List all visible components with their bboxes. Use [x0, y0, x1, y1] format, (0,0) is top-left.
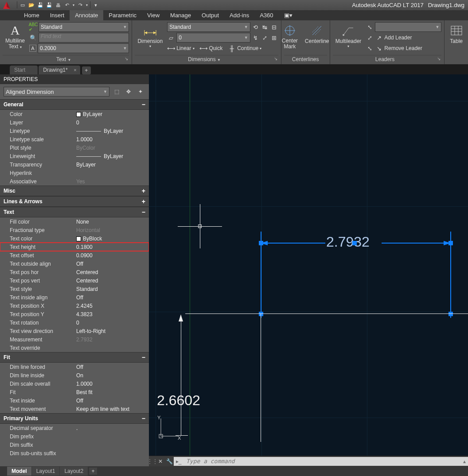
tab-start[interactable]: Start	[10, 66, 38, 74]
tab-annotate[interactable]: Annotate	[70, 10, 103, 20]
table-button[interactable]: Table	[447, 21, 465, 46]
saveas-icon[interactable]: 💾	[45, 1, 54, 9]
property-row[interactable]: Decimal separator.	[0, 424, 149, 432]
grip[interactable]	[448, 241, 453, 245]
cmd-config-icon[interactable]: 🔧	[165, 458, 174, 464]
property-row[interactable]: Text offset0.0900	[0, 251, 149, 259]
dimension-button[interactable]: Dimension▾	[135, 21, 165, 50]
cmd-handle-icon[interactable]: ⋮⋮	[149, 458, 156, 464]
dim-space-icon[interactable]: ⊟	[270, 23, 278, 31]
grip[interactable]	[259, 241, 263, 245]
tab-output[interactable]: Output	[196, 10, 224, 20]
property-row[interactable]: Plot styleByColor	[0, 143, 149, 152]
multiline-text-button[interactable]: A MultilineText ▾	[3, 21, 27, 52]
property-row[interactable]: Text inside alignOff	[0, 293, 149, 302]
redo-dd-icon[interactable]: ▾	[85, 1, 89, 9]
property-row[interactable]: Text height0.1800	[0, 243, 149, 251]
tab-a360[interactable]: A360	[254, 10, 278, 20]
selection-type-combo[interactable]: Aligned Dimension▼	[4, 87, 109, 97]
find-icon[interactable]: 🔍	[29, 34, 37, 42]
check-abc-icon[interactable]: ABC✔	[29, 23, 37, 31]
category-header[interactable]: Lines & Arrows+	[0, 196, 149, 207]
app-logo[interactable]	[0, 0, 14, 10]
new-tab-button[interactable]: +	[82, 66, 91, 74]
tab-addins[interactable]: Add-ins	[224, 10, 254, 20]
dialog-launcher-icon[interactable]: ↘	[274, 56, 277, 61]
property-row[interactable]: Measurement2.7932	[0, 335, 149, 344]
dim-update-icon[interactable]: ⟲	[252, 23, 260, 31]
property-row[interactable]: LineweightByLayer	[0, 152, 149, 160]
category-header[interactable]: Misc+	[0, 186, 149, 196]
tab-view[interactable]: View	[142, 10, 165, 20]
property-row[interactable]: Text insideOff	[0, 396, 149, 405]
quick-select-icon[interactable]: ✦	[136, 87, 145, 97]
cmd-close-icon[interactable]: ✕	[156, 458, 165, 464]
property-row[interactable]: AssociativeYes	[0, 177, 149, 186]
property-row[interactable]: Hyperlink	[0, 169, 149, 177]
property-row[interactable]: TransparencyByLayer	[0, 160, 149, 169]
property-row[interactable]: Text rotation0	[0, 318, 149, 327]
redo-icon[interactable]: ↷	[76, 1, 85, 9]
save-icon[interactable]: 💾	[36, 1, 45, 9]
property-row[interactable]: Dim line forcedOff	[0, 363, 149, 371]
tab-manage[interactable]: Manage	[165, 10, 196, 20]
category-header[interactable]: Fit−	[0, 352, 149, 363]
property-row[interactable]: Text colorByBlock	[0, 234, 149, 243]
centerline-button[interactable]: Centerline	[302, 21, 332, 46]
toggle-pickadd-icon[interactable]: ⬚	[112, 87, 121, 97]
dim-text-h[interactable]: 2.7932	[326, 234, 370, 250]
open-icon[interactable]: 📂	[27, 1, 36, 9]
property-row[interactable]: Text pos horCentered	[0, 268, 149, 276]
layout-tab-1[interactable]: Layout1	[32, 467, 60, 476]
layout-tab-model[interactable]: Model	[7, 467, 31, 476]
tab-drawing[interactable]: Drawing1*×	[39, 66, 80, 74]
property-row[interactable]: FitBest fit	[0, 388, 149, 396]
property-row[interactable]: Dim line insideOn	[0, 371, 149, 379]
center-mark-button[interactable]: CenterMark	[279, 21, 300, 51]
property-row[interactable]: Text view directionLeft-to-Right	[0, 327, 149, 335]
plot-icon[interactable]: 🖶	[54, 1, 62, 9]
tab-insert[interactable]: Insert	[45, 10, 70, 20]
remove-leader-button[interactable]: Remove Leader	[384, 45, 422, 51]
qat-customize-icon[interactable]: ▼	[91, 1, 100, 9]
property-row[interactable]: Text position X2.4245	[0, 302, 149, 310]
close-icon[interactable]: ×	[74, 67, 76, 73]
tab-parametric[interactable]: Parametric	[103, 10, 142, 20]
property-row[interactable]: Dim suffix	[0, 441, 149, 449]
dim-style-combo[interactable]: Standard▼	[167, 22, 250, 32]
property-row[interactable]: Text position Y4.3823	[0, 310, 149, 318]
add-leader-button[interactable]: Add Leader	[384, 35, 412, 41]
property-row[interactable]: Text outside alignOff	[0, 259, 149, 268]
property-row[interactable]: Text styleStandard	[0, 285, 149, 293]
dialog-launcher-icon[interactable]: ↘	[125, 56, 128, 61]
category-header[interactable]: Primary Units−	[0, 413, 149, 424]
undo-dd-icon[interactable]: ▾	[71, 1, 76, 9]
property-row[interactable]: Layer0	[0, 118, 149, 127]
dialog-launcher-icon[interactable]: ↘	[437, 56, 441, 61]
undo-icon[interactable]: ↶	[62, 1, 71, 9]
property-row[interactable]: ColorByLayer	[0, 110, 149, 118]
linear-button[interactable]: Linear	[176, 45, 191, 51]
property-row[interactable]: Fill colorNone	[0, 217, 149, 226]
find-text-input[interactable]: Find text	[39, 33, 129, 43]
property-row[interactable]: Dim scale overall1.0000	[0, 379, 149, 388]
select-objects-icon[interactable]: ✥	[124, 87, 133, 97]
grip[interactable]	[448, 312, 453, 316]
property-row[interactable]: Dim prefix	[0, 432, 149, 441]
mleader-align-icon[interactable]: ⤡	[366, 23, 374, 31]
multileader-button[interactable]: Multileader▾	[333, 21, 364, 50]
layer-filter-icon[interactable]: ▱	[167, 34, 175, 42]
add-layout-button[interactable]: +	[89, 468, 97, 475]
continue-button[interactable]: Continue	[237, 45, 258, 51]
drawing-canvas[interactable]: 2.7932 2.6602 YX	[149, 74, 468, 456]
new-icon[interactable]: ▭	[18, 1, 27, 9]
property-row[interactable]: Text movementKeep dim line with text	[0, 405, 149, 413]
grip[interactable]	[352, 241, 357, 245]
text-height-combo[interactable]: 0.2000▼	[38, 43, 129, 53]
text-style-combo[interactable]: Standard▼	[39, 22, 129, 32]
mleader-edit-icon[interactable]: ⤡	[366, 44, 374, 52]
tab-home[interactable]: Home	[19, 10, 45, 20]
leader-style-combo[interactable]: ▼	[375, 22, 441, 32]
mleader-collect-icon[interactable]: ⤢	[366, 34, 374, 42]
dim-jog-icon[interactable]: ↯	[252, 34, 260, 42]
